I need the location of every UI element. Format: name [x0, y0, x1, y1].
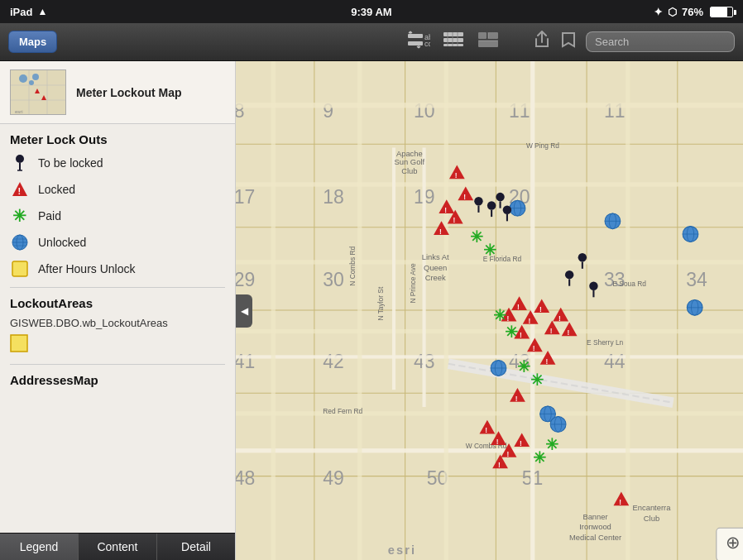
legend-item-unlocked: Unlocked	[10, 232, 225, 252]
svg-text:!: !	[539, 305, 542, 314]
map-svg: 8 9 10 11 11 17 18 19 20 29 30 33 34 41 …	[236, 61, 743, 560]
svg-point-20	[19, 74, 27, 83]
status-bar: iPad ▲ 9:39 AM ✦ ⬡ 76%	[0, 0, 743, 23]
sidebar-map-title: Meter Lockout Map	[76, 86, 182, 99]
svg-rect-79	[236, 411, 743, 415]
map-thumbnail: esri	[10, 69, 66, 115]
time-label: 9:39 AM	[351, 6, 391, 18]
svg-text:29: 29	[236, 269, 255, 290]
svg-point-22	[29, 80, 34, 85]
bookmark-icon-button[interactable]	[559, 31, 578, 54]
tab-legend[interactable]: Legend	[0, 534, 79, 560]
svg-text:!: !	[453, 216, 456, 224]
locked-label: Locked	[38, 183, 75, 196]
svg-text:✳: ✳	[530, 371, 544, 389]
svg-text:!: !	[18, 186, 22, 196]
exchange-icon-button[interactable]: ab cd	[407, 31, 430, 53]
svg-rect-38	[11, 335, 27, 352]
svg-text:Red Fern Rd: Red Fern Rd	[323, 407, 362, 415]
svg-point-26	[16, 155, 24, 163]
svg-text:Links At: Links At	[422, 252, 449, 261]
legend-item-paid: ✳ Paid	[10, 206, 225, 226]
svg-text:42: 42	[323, 351, 344, 372]
svg-text:✳: ✳	[483, 242, 496, 259]
svg-text:Encanterra: Encanterra	[632, 503, 671, 512]
layers-icon-button[interactable]	[442, 31, 465, 53]
legend-item-to-be-locked: To be locked	[10, 153, 225, 173]
svg-rect-84	[530, 61, 534, 560]
svg-text:!: !	[550, 327, 553, 335]
svg-text:N Prince Ave: N Prince Ave	[409, 263, 417, 304]
divider-1	[10, 287, 225, 288]
svg-text:41: 41	[236, 351, 255, 372]
svg-point-183	[474, 197, 482, 205]
back-button[interactable]: Maps	[8, 31, 57, 53]
svg-text:cd: cd	[424, 40, 430, 48]
svg-text:44: 44	[604, 351, 626, 372]
map-area[interactable]: 8 9 10 11 11 17 18 19 20 29 30 33 34 41 …	[236, 61, 743, 560]
svg-text:48: 48	[236, 467, 255, 489]
svg-text:Ironwood: Ironwood	[579, 522, 611, 531]
svg-text:✳: ✳	[517, 358, 530, 376]
sidebar-toggle-button[interactable]: ◀	[236, 294, 252, 328]
search-input[interactable]	[586, 31, 735, 52]
share-icon-button[interactable]	[533, 31, 551, 54]
svg-text:30: 30	[323, 269, 344, 290]
svg-point-185	[487, 201, 496, 209]
svg-text:34: 34	[686, 269, 707, 290]
svg-text:Banner: Banner	[582, 512, 607, 521]
bottom-tabs: Legend Content Detail	[0, 533, 235, 560]
svg-text:✳: ✳	[493, 307, 506, 324]
bluetooth-icon: ✦	[654, 6, 663, 18]
svg-rect-6	[443, 44, 463, 46]
svg-text:Apache: Apache	[396, 149, 423, 158]
svg-rect-12	[478, 41, 498, 47]
svg-text:!: !	[529, 317, 531, 325]
svg-point-191	[565, 270, 573, 279]
svg-text:N Taylor St: N Taylor St	[376, 286, 385, 320]
svg-point-193	[578, 253, 587, 261]
svg-rect-1	[408, 41, 423, 45]
svg-rect-83	[444, 61, 448, 560]
after-hours-icon	[10, 259, 30, 279]
svg-text:Sun Golf: Sun Golf	[395, 157, 425, 166]
svg-text:!: !	[619, 498, 621, 506]
nav-bar: Maps ab cd	[0, 23, 743, 61]
svg-rect-37	[12, 261, 27, 276]
svg-text:✳: ✳	[505, 323, 518, 341]
svg-text:17: 17	[236, 186, 255, 208]
legend-item-after-hours: After Hours Unlock	[10, 259, 225, 279]
legend-content: Meter Lock Outs To be locked !	[0, 124, 235, 533]
battery-pct-label: 76%	[682, 6, 703, 18]
lockout-area-swatch	[10, 334, 28, 352]
svg-text:Creek: Creek	[425, 273, 446, 282]
pushpin-icon	[10, 153, 30, 173]
to-be-locked-label: To be locked	[38, 156, 103, 170]
svg-text:!: !	[444, 206, 447, 214]
svg-text:!: !	[520, 331, 522, 339]
after-hours-label: After Hours Unlock	[38, 262, 135, 275]
svg-rect-81	[271, 61, 276, 560]
svg-text:!: !	[545, 357, 548, 366]
svg-text:!: !	[520, 439, 522, 448]
paid-label: Paid	[38, 209, 61, 223]
svg-rect-86	[392, 148, 395, 390]
svg-text:✳: ✳	[12, 207, 26, 225]
paid-star-icon: ✳	[10, 206, 30, 226]
nav-icons: ab cd	[407, 31, 500, 53]
svg-rect-4	[443, 32, 463, 36]
grid-icon-button[interactable]	[477, 31, 500, 53]
svg-point-21	[32, 74, 39, 80]
tab-detail[interactable]: Detail	[157, 534, 235, 560]
svg-rect-77	[236, 329, 743, 333]
tab-content[interactable]: Content	[79, 534, 157, 560]
legend-section-title: Meter Lock Outs	[10, 132, 225, 146]
sidebar: esri Meter Lockout Map Meter Lock Outs T…	[0, 61, 236, 560]
addresses-title: AddressesMap	[10, 373, 225, 387]
svg-point-187	[496, 193, 504, 201]
svg-text:✳: ✳	[533, 449, 546, 467]
svg-text:49: 49	[323, 467, 344, 489]
svg-rect-5	[443, 38, 463, 42]
svg-text:!: !	[439, 227, 442, 236]
status-center: 9:39 AM	[351, 6, 391, 18]
